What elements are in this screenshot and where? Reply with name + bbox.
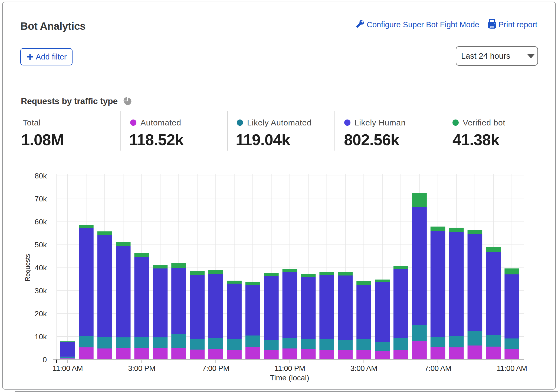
svg-text:30k: 30k: [35, 287, 47, 295]
svg-text:20k: 20k: [35, 310, 47, 318]
svg-text:11:00 PM: 11:00 PM: [274, 364, 305, 373]
svg-text:50k: 50k: [35, 241, 47, 249]
svg-text:0: 0: [42, 356, 47, 364]
svg-text:7:00 PM: 7:00 PM: [202, 364, 229, 373]
svg-text:60k: 60k: [35, 218, 47, 226]
svg-text:11:00 AM: 11:00 AM: [497, 364, 527, 373]
svg-text:11:00 AM: 11:00 AM: [52, 364, 83, 373]
svg-text:80k: 80k: [35, 172, 47, 180]
svg-text:Requests: Requests: [24, 254, 31, 281]
svg-text:3:00 PM: 3:00 PM: [128, 364, 155, 373]
svg-text:10k: 10k: [35, 333, 47, 341]
svg-text:40k: 40k: [35, 264, 47, 272]
svg-text:3:00 AM: 3:00 AM: [350, 364, 377, 373]
svg-text:7:00 AM: 7:00 AM: [424, 364, 451, 373]
svg-text:Time (local): Time (local): [270, 374, 309, 382]
svg-text:70k: 70k: [35, 195, 47, 203]
